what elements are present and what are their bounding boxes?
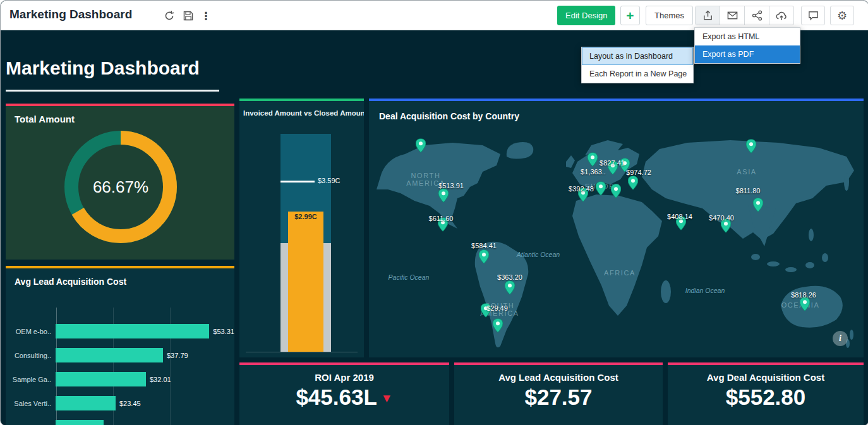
bar[interactable] — [56, 348, 163, 362]
map-pin[interactable] — [588, 152, 598, 169]
map-value-label: $29.49 — [486, 304, 508, 312]
map-marker-icon — [416, 138, 426, 152]
map-value-label: $363.20 — [497, 273, 522, 281]
map-pin[interactable] — [628, 176, 638, 192]
bar[interactable] — [56, 420, 104, 425]
map-marker-icon — [628, 176, 638, 189]
kpi-title: ROI Apr 2019 — [239, 372, 449, 383]
map-value-label: $392.48 — [569, 185, 594, 193]
map-pin[interactable] — [505, 280, 515, 297]
export-button[interactable] — [696, 6, 720, 25]
bar[interactable] — [56, 372, 146, 386]
bar-category-label: Sales Verti.. — [6, 400, 55, 407]
widget-deal-cost-map: Deal Acquisition Cost by Country — [369, 99, 864, 357]
kpi-card-avg-lead-cost: Avg Lead Acquisition Cost $27.57 — [454, 362, 663, 425]
bar-row: OEM e-bo.. $53.31 — [6, 324, 234, 338]
kpi-title: Avg Lead Acquisition Cost — [454, 372, 663, 383]
map-value-label: $513.91 — [438, 182, 464, 189]
map-value-label: $818.26 — [791, 291, 816, 299]
bar-value-label: $53.31 — [213, 328, 234, 335]
bar-value-label: $37.79 — [167, 352, 188, 359]
kpi-title: Avg Deal Acquisition Cost — [668, 372, 864, 383]
bar-category-label: Consulting.. — [6, 352, 55, 359]
page-title-underline — [6, 90, 219, 92]
page-title: Marketing Dashboard — [6, 57, 200, 79]
gear-icon: ⚙ — [837, 9, 847, 23]
bar-value-label: $23.45 — [119, 400, 141, 407]
map-ocean-label: Atlantic Ocean — [517, 251, 560, 258]
map-value-label: $470.40 — [709, 214, 734, 222]
kpi-value: $27.57 — [524, 385, 592, 409]
menu-item-export-pdf[interactable]: Export as PDF — [695, 45, 800, 63]
map-region-label: ASIA — [737, 168, 756, 176]
map-pin[interactable] — [479, 249, 489, 266]
cloud-upload-icon — [775, 9, 788, 22]
export-menu: Export as HTML Export as PDF — [694, 27, 800, 64]
bar-row: Consulting.. $37.79 — [6, 348, 234, 362]
themes-button[interactable]: Themes — [646, 6, 693, 25]
menu-item-layout-as-in-dashboard[interactable]: Layout as in Dashboard — [582, 47, 693, 65]
share-icon — [751, 9, 763, 21]
bar-row — [6, 420, 234, 425]
kpi-card-avg-deal-cost: Avg Deal Acquisition Cost $552.80 — [668, 362, 864, 425]
add-button[interactable]: + — [620, 6, 640, 25]
map-marker-icon — [753, 198, 763, 212]
save-icon[interactable] — [181, 9, 195, 23]
map-value-label: $974.72 — [626, 169, 651, 176]
widget-title: Avg Lead Acquisition Cost — [6, 268, 234, 295]
map-marker-icon — [800, 297, 810, 311]
kpi-value: $45.63L — [296, 385, 377, 409]
widget-title: Deal Acquisition Cost by Country — [369, 101, 864, 121]
email-button[interactable] — [720, 6, 745, 25]
map-pin[interactable] — [416, 138, 426, 155]
actual-column[interactable] — [288, 212, 323, 352]
map-region-label: AFRICA — [604, 269, 636, 277]
export-icon — [702, 9, 714, 21]
email-icon — [726, 9, 738, 21]
info-icon[interactable]: i — [833, 331, 848, 346]
refresh-icon[interactable] — [162, 9, 176, 23]
bar-category-label: Sample Ga.. — [6, 376, 55, 383]
map-pin[interactable] — [493, 318, 503, 335]
settings-button[interactable]: ⚙ — [830, 6, 854, 25]
menu-item-export-html[interactable]: Export as HTML — [695, 28, 800, 45]
widget-total-amount: Total Amount 66.67% — [6, 104, 234, 260]
kpi-value: $552.80 — [726, 385, 806, 409]
edit-design-button[interactable]: Edit Design — [557, 6, 615, 25]
toolbar: Marketing Dashboard ⋮ Edit Design + Them… — [1, 1, 868, 30]
toolbar-icon-group — [695, 6, 794, 25]
bar-category-label: OEM e-bo.. — [6, 328, 55, 335]
bar-row: Sample Ga.. $32.01 — [6, 372, 234, 386]
axis-line — [246, 352, 358, 352]
map-ocean-label: Indian Ocean — [685, 287, 725, 294]
menu-item-each-report-new-page[interactable]: Each Report in a New Page — [582, 65, 693, 83]
publish-button[interactable] — [769, 6, 793, 25]
map-ocean-label: Pacific Ocean — [389, 273, 430, 281]
map-marker-icon — [438, 188, 449, 202]
app-title: Marketing Dashboard — [9, 8, 132, 21]
comment-icon — [807, 9, 819, 21]
more-options-icon[interactable]: ⋮ — [199, 9, 213, 23]
map-pin[interactable] — [438, 188, 449, 205]
map-pin[interactable] — [611, 184, 621, 200]
map-pin[interactable] — [800, 297, 810, 313]
trend-down-icon: ▼ — [381, 392, 393, 405]
bar-row: Sales Verti.. $23.45 — [6, 396, 234, 410]
map-marker-icon — [596, 181, 606, 195]
map-value-label: $408.14 — [667, 213, 692, 220]
map-pin[interactable] — [746, 139, 756, 155]
map-marker-icon — [493, 318, 503, 332]
bar[interactable] — [56, 324, 209, 338]
map-value-label: $811.80 — [736, 187, 761, 195]
map-value-label: $827.41 — [600, 159, 625, 167]
map-pin[interactable] — [753, 198, 763, 214]
map-pin[interactable] — [596, 181, 606, 198]
map-value-label: $584.41 — [471, 242, 497, 249]
bar[interactable] — [56, 396, 116, 410]
target-line — [280, 181, 315, 183]
share-button[interactable] — [745, 6, 769, 25]
map-marker-icon — [505, 280, 515, 294]
donut-center-value: 66.67% — [57, 124, 184, 250]
comments-button[interactable] — [801, 6, 825, 25]
actual-value-label: $2.99C — [288, 213, 323, 220]
